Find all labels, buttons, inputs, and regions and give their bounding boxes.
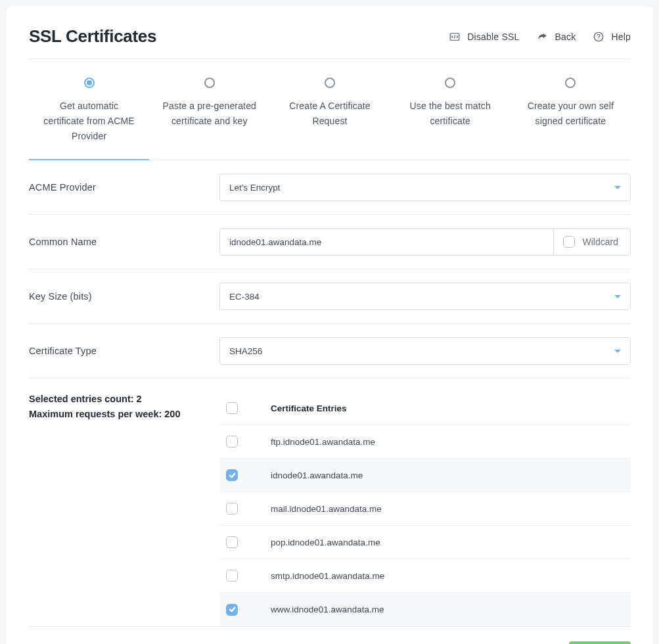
cert-type-value: SHA256 xyxy=(229,346,262,356)
select-all-checkbox[interactable] xyxy=(226,402,238,414)
entry-name: idnode01.awandata.me xyxy=(271,471,363,480)
common-name-row: Common Name idnode01.awandata.me Wildcar… xyxy=(29,215,631,269)
tab-label: Paste a pre-generated certificate and ke… xyxy=(160,99,259,129)
cert-type-select[interactable]: SHA256 xyxy=(219,337,631,365)
ssl-certificates-panel: SSL Certificates Disable SSL Back Help G… xyxy=(7,7,653,644)
disable-ssl-button[interactable]: Disable SSL xyxy=(449,31,519,43)
entry-checkbox[interactable] xyxy=(226,503,238,515)
key-size-select[interactable]: EC-384 xyxy=(219,283,631,310)
acme-provider-select[interactable]: Let's Encrypt xyxy=(219,173,631,201)
selected-count-text: Selected entries count: 2 xyxy=(29,392,219,406)
entries-header-row: Certificate Entries xyxy=(219,392,631,425)
common-name-value: idnode01.awandata.me xyxy=(229,237,321,247)
acme-provider-value: Let's Encrypt xyxy=(229,183,281,193)
entry-checkbox[interactable] xyxy=(226,570,238,582)
tab-label: Use the best match certificate xyxy=(401,99,500,129)
entry-row[interactable]: www.idnode01.awandata.me xyxy=(219,593,631,626)
radio-icon xyxy=(325,78,335,88)
tab-label: Create your own self signed certificate xyxy=(521,99,620,129)
tab-option-2[interactable]: Create A Certificate Request xyxy=(269,59,390,160)
help-icon xyxy=(593,31,604,43)
entry-name: www.idnode01.awandata.me xyxy=(271,605,384,614)
entry-row[interactable]: smtp.idnode01.awandata.me xyxy=(219,559,631,593)
chevron-down-icon xyxy=(614,186,621,189)
acme-provider-row: ACME Provider Let's Encrypt xyxy=(29,160,631,215)
tab-label: Get automatic certificate from ACME Prov… xyxy=(39,99,139,144)
common-name-label: Common Name xyxy=(29,237,219,247)
entry-checkbox[interactable] xyxy=(226,469,238,481)
entry-checkbox[interactable] xyxy=(226,604,238,616)
entries-section: Selected entries count: 2 Maximum reques… xyxy=(29,379,631,627)
back-label: Back xyxy=(555,32,576,42)
entry-row[interactable]: idnode01.awandata.me xyxy=(219,459,631,492)
entry-row[interactable]: mail.idnode01.awandata.me xyxy=(219,492,631,526)
help-label: Help xyxy=(611,32,631,42)
back-button[interactable]: Back xyxy=(536,31,576,43)
disable-ssl-label: Disable SSL xyxy=(467,32,519,42)
max-requests-text: Maximum requests per week: 200 xyxy=(29,407,219,421)
tab-option-4[interactable]: Create your own self signed certificate xyxy=(511,59,631,160)
common-name-input[interactable]: idnode01.awandata.me xyxy=(219,228,554,256)
radio-icon xyxy=(445,78,455,88)
panel-footer: SAVE xyxy=(29,627,631,644)
entry-name: smtp.idnode01.awandata.me xyxy=(271,571,384,581)
key-size-label: Key Size (bits) xyxy=(29,291,219,302)
tab-option-1[interactable]: Paste a pre-generated certificate and ke… xyxy=(149,59,269,160)
wildcard-label: Wildcard xyxy=(583,237,618,247)
tab-option-0[interactable]: Get automatic certificate from ACME Prov… xyxy=(29,59,149,160)
panel-header: SSL Certificates Disable SSL Back Help xyxy=(29,26,631,59)
acme-provider-label: ACME Provider xyxy=(29,182,219,193)
entry-checkbox[interactable] xyxy=(226,536,238,548)
entry-row[interactable]: ftp.idnode01.awandata.me xyxy=(219,425,631,459)
entry-checkbox[interactable] xyxy=(226,436,238,448)
tab-option-3[interactable]: Use the best match certificate xyxy=(390,59,511,160)
entries-summary: Selected entries count: 2 Maximum reques… xyxy=(29,392,219,626)
code-off-icon xyxy=(449,31,461,43)
cert-mode-tabs: Get automatic certificate from ACME Prov… xyxy=(29,59,631,160)
entries-table: Certificate Entries ftp.idnode01.awandat… xyxy=(219,392,631,626)
entry-name: mail.idnode01.awandata.me xyxy=(271,504,382,514)
page-title: SSL Certificates xyxy=(29,26,156,47)
entry-name: ftp.idnode01.awandata.me xyxy=(271,437,375,447)
chevron-down-icon xyxy=(614,295,621,298)
key-size-value: EC-384 xyxy=(229,292,260,302)
key-size-row: Key Size (bits) EC-384 xyxy=(29,269,631,324)
entry-row[interactable]: pop.idnode01.awandata.me xyxy=(219,526,631,559)
help-button[interactable]: Help xyxy=(593,31,631,43)
radio-icon xyxy=(565,78,576,88)
tab-label: Create A Certificate Request xyxy=(280,99,379,129)
chevron-down-icon xyxy=(614,350,621,353)
header-actions: Disable SSL Back Help xyxy=(449,31,631,43)
entries-column-header: Certificate Entries xyxy=(271,403,347,413)
entry-name: pop.idnode01.awandata.me xyxy=(271,538,380,547)
cert-type-label: Certificate Type xyxy=(29,346,219,356)
radio-icon xyxy=(204,78,215,88)
wildcard-toggle[interactable]: Wildcard xyxy=(554,228,631,256)
radio-icon xyxy=(84,78,95,88)
svg-point-2 xyxy=(599,39,599,39)
share-arrow-icon xyxy=(536,31,548,43)
cert-type-row: Certificate Type SHA256 xyxy=(29,324,631,379)
wildcard-checkbox[interactable] xyxy=(563,236,575,248)
save-button[interactable]: SAVE xyxy=(569,641,631,644)
